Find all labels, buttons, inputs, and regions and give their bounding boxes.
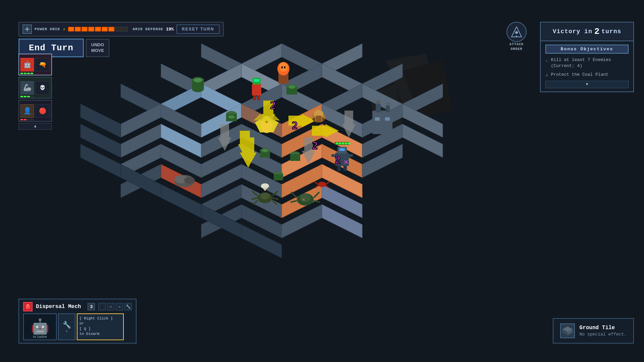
svg-text:✕: ✕	[344, 158, 348, 167]
svg-point-161	[318, 182, 326, 187]
power-seg-1	[68, 27, 74, 32]
objective-item-0: ☆ Kill at least 7 Enemies (Current: 4)	[545, 57, 629, 69]
ability-key-r: R	[66, 330, 67, 333]
svg-rect-107	[252, 84, 261, 96]
ground-tile-panel: Ground Tile No special effect.	[553, 318, 634, 344]
char-unit-icon	[23, 302, 33, 311]
portraits-scroll-up[interactable]: ▲	[18, 123, 52, 130]
svg-rect-101	[290, 154, 300, 161]
svg-line-162	[315, 182, 318, 184]
char-abilities-row: 🤖 Ariadne 🔧 R [ Right Click ] or [ Q ] t…	[23, 313, 132, 340]
tooltip-line4: to Disarm	[79, 331, 121, 337]
svg-rect-111	[253, 96, 256, 100]
attack-order-icon	[506, 22, 527, 42]
svg-rect-126	[316, 116, 321, 122]
svg-text:2: 2	[312, 140, 318, 152]
svg-line-156	[291, 192, 297, 198]
objective-item-1: ⚡ Protect the Coal Plant	[545, 72, 629, 78]
gear-icon	[22, 24, 32, 34]
svg-point-145	[260, 193, 270, 199]
svg-point-106	[184, 177, 195, 184]
svg-point-179	[515, 31, 518, 34]
objective-lightning-icon: ⚡	[545, 72, 548, 78]
lightning-icon: ⚡	[63, 26, 65, 32]
power-seg-3	[82, 27, 88, 32]
char-portrait-name: Ariadne	[24, 335, 56, 339]
undo-move-button[interactable]: UNDOMOVE	[86, 39, 109, 57]
power-seg-6	[102, 27, 108, 32]
svg-text:2: 2	[335, 154, 341, 166]
char-unit-name: Dispersal Mech	[36, 304, 81, 310]
svg-rect-117	[284, 66, 285, 68]
svg-line-159	[314, 201, 320, 202]
power-seg-5	[95, 27, 101, 32]
char-level: 3	[88, 303, 95, 310]
bonus-objectives-panel: Bonus Objectives ☆ Kill at least 7 Enemi…	[540, 41, 634, 92]
svg-rect-182	[27, 304, 29, 306]
svg-point-99	[262, 149, 268, 152]
svg-rect-116	[281, 66, 283, 68]
svg-point-155	[300, 194, 311, 202]
objectives-scroll-down[interactable]: ▼	[545, 81, 629, 88]
stat-x1-icon: ✕	[107, 303, 114, 310]
stat-attack-icon: ⚔	[98, 303, 106, 310]
tile-description: No special effect.	[580, 332, 627, 337]
svg-rect-133	[348, 154, 353, 157]
svg-rect-141	[344, 142, 347, 144]
reset-turn-button[interactable]: RESET TURN	[176, 24, 220, 34]
victory-text: Victory in	[553, 28, 592, 35]
svg-point-96	[288, 85, 295, 89]
tool-icon: 🔧	[63, 321, 71, 329]
svg-rect-140	[341, 142, 344, 144]
power-seg-8	[115, 27, 121, 32]
portrait-card-1[interactable]: 🦾 💀	[18, 77, 52, 99]
svg-point-90	[194, 78, 202, 82]
ability-card-tool[interactable]: 🔧 R	[58, 313, 75, 340]
grid-defense-value: 19%	[166, 27, 174, 32]
svg-point-169	[375, 100, 381, 104]
power-bar-row: POWER GRID ⚡ GRID DEFENSE 19% RESET TURN	[18, 22, 224, 37]
ability-tooltip: [ Right Click ] or [ Q ] to Disarm	[77, 313, 124, 340]
svg-line-163	[326, 182, 329, 184]
svg-rect-168	[386, 106, 390, 112]
portrait-card-0[interactable]: 🤖 🔫	[18, 54, 52, 75]
objective-text-1: Protect the Coal Plant	[551, 72, 608, 78]
tile-info: Ground Tile No special effect.	[580, 325, 627, 337]
tooltip-line2: or	[79, 321, 121, 326]
portrait-2-health	[20, 119, 33, 120]
victory-turns-num: 2	[594, 26, 600, 37]
attack-order-label-line2: ORDER	[511, 47, 522, 51]
objective-text-0: Kill at least 7 Enemies (Current: 4)	[551, 57, 629, 69]
svg-text:2: 2	[270, 100, 276, 111]
svg-line-150	[272, 198, 278, 199]
character-info-panel: Dispersal Mech 3 ⚔ ✕ ✕ 🔧 🤖 Ariadne 🔧 R	[18, 299, 137, 344]
svg-point-180	[516, 36, 517, 37]
svg-rect-80	[312, 126, 327, 136]
svg-rect-171	[375, 117, 380, 121]
portrait-1-health	[20, 96, 33, 97]
ground-tile-icon	[560, 323, 575, 338]
stat-wrench-icon: 🔧	[124, 303, 132, 310]
svg-rect-110	[261, 85, 267, 87]
power-seg-7	[108, 27, 114, 32]
victory-turns-label: turns	[601, 28, 621, 35]
top-left-hud: POWER GRID ⚡ GRID DEFENSE 19% RESET TURN…	[18, 22, 224, 57]
svg-rect-112	[257, 96, 260, 100]
portrait-card-2[interactable]: 👤 🔴	[18, 100, 52, 122]
power-segments	[68, 27, 128, 32]
svg-text:2: 2	[292, 120, 298, 131]
svg-rect-138	[335, 142, 338, 144]
svg-rect-139	[338, 142, 341, 144]
svg-rect-131	[339, 148, 345, 151]
svg-point-93	[228, 115, 235, 119]
svg-rect-172	[385, 117, 390, 121]
tooltip-line3: [ Q ]	[79, 326, 121, 331]
objective-star-icon: ☆	[545, 58, 548, 63]
svg-rect-134	[337, 166, 341, 171]
char-stats-icons: ⚔ ✕ ✕ 🔧	[98, 303, 132, 310]
svg-point-89	[192, 85, 204, 92]
power-seg-2	[75, 27, 81, 32]
power-seg-9	[122, 27, 128, 32]
bonus-objectives-header: Bonus Objectives	[545, 45, 629, 54]
attack-order-indicator: ATTACK ORDER	[503, 22, 530, 51]
